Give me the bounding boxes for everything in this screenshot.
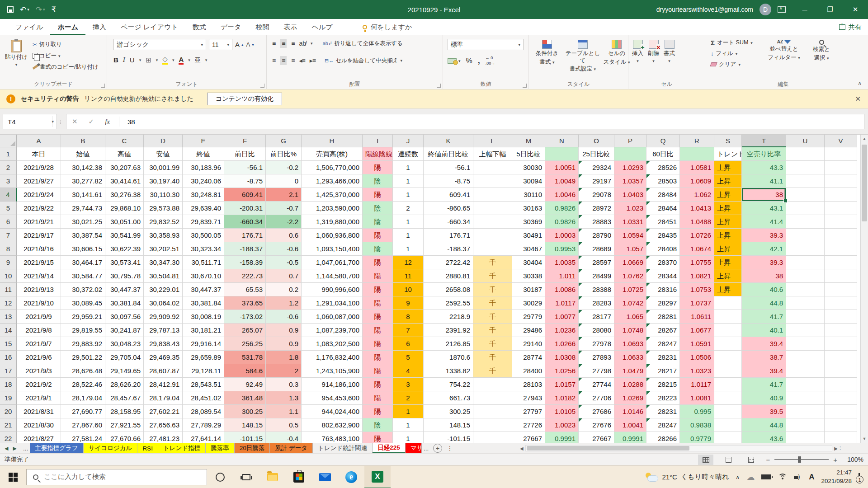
font-size-select[interactable]: 11▾ [209, 39, 232, 50]
cell-D5[interactable]: 29,573.88 [144, 202, 183, 215]
cell-U3[interactable] [786, 174, 825, 188]
cell-J7[interactable]: 1 [393, 229, 424, 242]
cell-F10[interactable]: 222.73 [224, 269, 266, 283]
cell-B22[interactable]: 27,581.24 [61, 432, 105, 443]
cell-A22[interactable]: 2021/8/27 [17, 432, 61, 443]
cell-L13[interactable]: 千 [473, 310, 512, 324]
align-top-button[interactable]: ≡ [272, 40, 275, 47]
cell-O6[interactable]: 28883 [579, 215, 614, 229]
cell-O2[interactable]: 29324 [579, 161, 614, 174]
cell-L3[interactable] [473, 174, 512, 188]
cell-L6[interactable] [473, 215, 512, 229]
cell-B3[interactable]: 30,277.82 [61, 174, 105, 188]
save-button[interactable] [7, 6, 14, 13]
cell-L7[interactable] [473, 229, 512, 242]
cell-M18[interactable]: 28103 [512, 378, 545, 391]
cell-V21[interactable] [825, 418, 857, 432]
cell-P21[interactable]: 1.0041 [614, 418, 646, 432]
cell-C12[interactable]: 30,381.84 [105, 296, 144, 310]
decrease-decimal-button[interactable]: .00→ [486, 61, 495, 66]
cell-I9[interactable]: 陽 [363, 256, 393, 269]
cell-K22[interactable]: -101.15 [424, 432, 473, 443]
excel-taskbar-button[interactable]: X [364, 466, 391, 488]
horizontal-scrollbar[interactable]: ◀ ▶ ⫶ [520, 444, 841, 452]
row-header-1[interactable]: 1 [0, 147, 17, 161]
column-header-H[interactable]: H [302, 135, 363, 147]
column-header-R[interactable]: R [680, 135, 714, 147]
cell-H16[interactable]: 1,176,832,400 [302, 351, 363, 364]
cell-S19[interactable] [714, 391, 742, 405]
cell-T14[interactable]: 40.1 [742, 324, 786, 337]
cell-V18[interactable] [825, 378, 857, 391]
cell-Q2[interactable]: 28526 [646, 161, 680, 174]
fill-button[interactable]: ↓フィル▾ [711, 50, 753, 57]
cell-C11[interactable]: 30,447.37 [105, 283, 144, 296]
close-button[interactable]: ✕ [843, 0, 868, 19]
cell-L15[interactable]: 千 [473, 337, 512, 351]
cell-P7[interactable]: 1.0594 [614, 229, 646, 242]
cell-B5[interactable]: 29,744.73 [61, 202, 105, 215]
cell-E10[interactable]: 30,670.10 [183, 269, 224, 283]
cell-P12[interactable]: 1.0742 [614, 296, 646, 310]
cell-N7[interactable]: 1.0003 [545, 229, 579, 242]
cell-E15[interactable]: 29,916.14 [183, 337, 224, 351]
sort-filter-button[interactable]: AZ 並べ替えと フィルター ▾ [766, 40, 802, 61]
cell-E11[interactable]: 30,447.37 [183, 283, 224, 296]
cell-J5[interactable]: 2 [393, 202, 424, 215]
row-header-17[interactable]: 17 [0, 364, 17, 378]
cell-B2[interactable]: 30,142.38 [61, 161, 105, 174]
cell-K14[interactable]: 2391.92 [424, 324, 473, 337]
cell-Q12[interactable]: 28297 [646, 296, 680, 310]
cell-P2[interactable]: 1.0293 [614, 161, 646, 174]
cell-C15[interactable]: 30,048.23 [105, 337, 144, 351]
autosum-button[interactable]: Σオート SUM▾ [711, 39, 753, 47]
hidden-icons-chevron[interactable]: ∧ [736, 474, 740, 480]
cell-E4[interactable]: 30,248.81 [183, 188, 224, 202]
cell-G1[interactable]: 前日比% [266, 147, 302, 161]
cell-A12[interactable]: 2021/9/10 [17, 296, 61, 310]
cell-R3[interactable]: 1.0609 [680, 174, 714, 188]
cell-K9[interactable]: 2722.42 [424, 256, 473, 269]
cell-E14[interactable]: 30,181.21 [183, 324, 224, 337]
cell-V20[interactable] [825, 405, 857, 418]
cell-R16[interactable]: 1.0506 [680, 351, 714, 364]
redo-button[interactable]: ↷▾ [36, 5, 45, 14]
cell-H20[interactable]: 944,024,400 [302, 405, 363, 418]
cell-T11[interactable]: 40.6 [742, 283, 786, 296]
cell-R18[interactable]: 1.0117 [680, 378, 714, 391]
cell-L11[interactable]: 千 [473, 283, 512, 296]
scroll-up-icon[interactable]: ▲ [861, 136, 868, 141]
cell-C17[interactable]: 29,149.65 [105, 364, 144, 378]
cell-P11[interactable]: 1.0725 [614, 283, 646, 296]
cell-C9[interactable]: 30,573.41 [105, 256, 144, 269]
conditional-formatting-button[interactable]: 条件付き 書式 ▾ [532, 40, 562, 73]
cell-R8[interactable]: 1.0674 [680, 242, 714, 256]
cell-J4[interactable]: 1 [393, 188, 424, 202]
cell-R21[interactable]: 0.9838 [680, 418, 714, 432]
cell-D2[interactable]: 30,001.99 [144, 161, 183, 174]
fill-color-button[interactable]: ◇ [162, 55, 168, 65]
currency-format-button[interactable]: ▾ [448, 58, 461, 64]
enable-content-button[interactable]: コンテンツの有効化 [207, 93, 282, 105]
restore-button[interactable]: ❐ [817, 0, 843, 19]
merge-center-button[interactable]: ⊟↔ セルを結合して中央揃え ▾ [325, 57, 402, 65]
row-header-5[interactable]: 5 [0, 202, 17, 215]
cell-D15[interactable]: 29,838.43 [144, 337, 183, 351]
cell-V13[interactable] [825, 310, 857, 324]
cell-I6[interactable]: 陰 [363, 215, 393, 229]
cell-O19[interactable]: 27706 [579, 391, 614, 405]
menu-tab-6[interactable]: 校閲 [248, 19, 276, 35]
cell-E7[interactable]: 30,500.05 [183, 229, 224, 242]
cell-A18[interactable]: 2021/9/2 [17, 378, 61, 391]
cell-K6[interactable]: -660.34 [424, 215, 473, 229]
format-painter-button[interactable]: 書式のコピー/貼り付け [33, 63, 99, 71]
cell-J14[interactable]: 7 [393, 324, 424, 337]
cell-I11[interactable]: 陽 [363, 283, 393, 296]
cell-Q21[interactable]: 28247 [646, 418, 680, 432]
cell-H22[interactable]: 763,483,100 [302, 432, 363, 443]
row-header-7[interactable]: 7 [0, 229, 17, 242]
cell-C21[interactable]: 27,921.55 [105, 418, 144, 432]
cell-I16[interactable]: 陽 [363, 351, 393, 364]
cell-O1[interactable]: 25日比較 [579, 147, 614, 161]
cell-A3[interactable]: 2021/9/27 [17, 174, 61, 188]
